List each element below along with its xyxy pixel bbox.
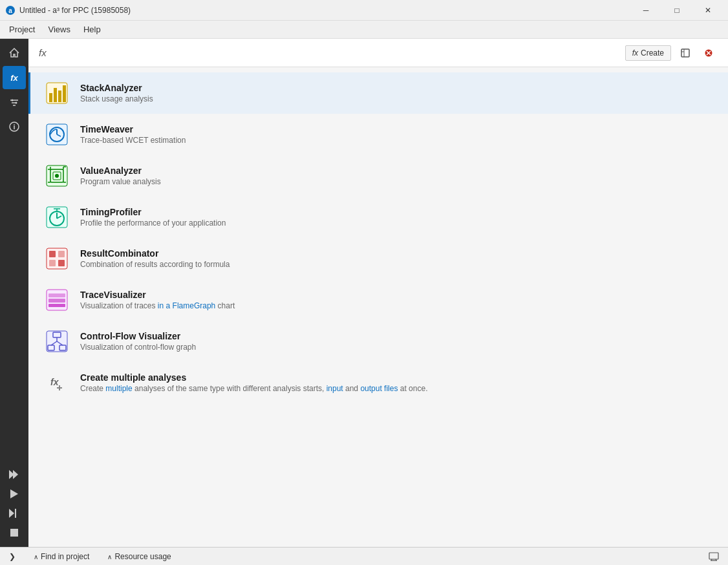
svg-rect-52 [48, 304, 65, 307]
svg-rect-63 [709, 553, 718, 559]
result-combinator-name: ResultCombinator [80, 248, 712, 259]
value-analyzer-desc: Program value analysis [80, 177, 712, 186]
analysis-item-stack-analyzer[interactable]: StackAnalyzer Stack usage analysis [28, 72, 728, 114]
sidebar-info-icon[interactable]: i [3, 115, 26, 138]
analysis-item-control-flow[interactable]: Control-Flow Visualizer Visualization of… [28, 321, 728, 362]
time-weaver-icon [44, 122, 70, 147]
create-multiple-text: Create multiple analyses Create multiple… [80, 372, 712, 393]
sidebar: fx i [0, 39, 28, 547]
resource-usage-label: Resource usage [114, 552, 171, 561]
svg-rect-48 [58, 260, 65, 266]
svg-point-31 [55, 174, 59, 178]
timing-profiler-name: TimingProfiler [80, 207, 712, 217]
control-flow-text: Control-Flow Visualizer Visualization of… [80, 331, 712, 352]
stack-analyzer-text: StackAnalyzer Stack usage analysis [80, 83, 712, 103]
create-label: Create [641, 48, 664, 58]
expand-button[interactable] [676, 44, 694, 62]
control-flow-icon [44, 328, 70, 354]
analysis-item-result-combinator[interactable]: ResultCombinator Combination of results … [28, 238, 728, 279]
find-in-project-button[interactable]: Find in project [30, 551, 93, 562]
svg-rect-15 [681, 49, 689, 57]
resource-chevron-icon [107, 552, 112, 561]
fx-label: fx [39, 47, 47, 58]
control-flow-name: Control-Flow Visualizer [80, 331, 712, 341]
svg-point-5 [12, 100, 14, 101]
step-btn[interactable] [4, 504, 25, 522]
svg-rect-14 [10, 529, 18, 537]
stack-analyzer-desc: Stack usage analysis [80, 94, 712, 103]
svg-marker-11 [10, 489, 18, 498]
svg-text:fx: fx [50, 377, 59, 387]
timing-profiler-text: TimingProfiler Profile the performance o… [80, 207, 712, 228]
svg-rect-22 [58, 91, 61, 102]
search-header: fx fx Create [28, 39, 728, 67]
trace-visualizer-name: TraceVisualizer [80, 290, 712, 300]
search-input[interactable] [52, 48, 620, 58]
create-button[interactable]: fx Create [625, 45, 671, 61]
close-panel-button[interactable] [700, 44, 718, 62]
create-multiple-desc: Create multiple analyses of the same typ… [80, 384, 712, 393]
time-weaver-desc: Trace-based WCET estimation [80, 136, 712, 145]
svg-text:a: a [8, 7, 12, 14]
main-area: fx i [0, 39, 728, 547]
svg-rect-20 [49, 93, 52, 102]
create-multiple-name: Create multiple analyses [80, 372, 712, 383]
svg-rect-45 [49, 251, 56, 257]
time-weaver-name: TimeWeaver [80, 124, 712, 134]
svg-point-6 [16, 102, 17, 104]
trace-visualizer-desc: Visualization of traces in a FlameGraph … [80, 301, 712, 310]
stop-btn[interactable] [4, 524, 25, 542]
create-multiple-icon: fx [44, 370, 70, 396]
menu-help[interactable]: Help [77, 22, 107, 37]
stack-analyzer-icon [44, 80, 70, 106]
play-btn[interactable] [4, 485, 25, 503]
result-combinator-icon [44, 246, 70, 272]
find-chevron-icon [34, 552, 38, 561]
svg-marker-10 [13, 470, 18, 479]
app-icon: a [5, 5, 16, 16]
header-actions: fx Create [625, 44, 718, 62]
title-bar: a Untitled - a³ for PPC (15985058) ─ □ ✕ [0, 0, 728, 21]
analysis-item-timing-profiler[interactable]: TimingProfiler Profile the performance o… [28, 197, 728, 238]
analysis-item-trace-visualizer[interactable]: TraceVisualizer Visualization of traces … [28, 279, 728, 321]
svg-rect-50 [48, 293, 65, 297]
minimize-button[interactable]: ─ [631, 0, 661, 21]
stack-analyzer-name: StackAnalyzer [80, 83, 712, 93]
result-combinator-text: ResultCombinator Combination of results … [80, 248, 712, 269]
sidebar-function-icon[interactable]: fx [3, 66, 26, 89]
skip-start-btn[interactable] [4, 465, 25, 484]
analysis-item-value-analyzer[interactable]: ValueAnalyzer Program value analysis [28, 155, 728, 197]
svg-rect-46 [58, 251, 65, 257]
value-analyzer-name: ValueAnalyzer [80, 165, 712, 176]
value-analyzer-text: ValueAnalyzer Program value analysis [80, 165, 712, 186]
monitor-icon-button[interactable] [705, 551, 723, 562]
svg-rect-21 [54, 88, 57, 102]
status-bar: ❯ Find in project Resource usage [0, 547, 728, 565]
close-button[interactable]: ✕ [693, 0, 723, 21]
analysis-item-create-multiple[interactable]: fx Create multiple analyses Create multi… [28, 362, 728, 403]
resource-usage-button[interactable]: Resource usage [103, 551, 175, 562]
svg-text:i: i [13, 123, 15, 131]
find-in-project-label: Find in project [41, 552, 89, 561]
sidebar-filter-icon[interactable] [3, 91, 26, 114]
analysis-list: StackAnalyzer Stack usage analysis [28, 67, 728, 547]
expand-panel-button[interactable]: ❯ [5, 551, 19, 562]
svg-rect-47 [49, 260, 56, 266]
trace-visualizer-icon [44, 287, 70, 313]
menu-views[interactable]: Views [41, 22, 76, 37]
trace-visualizer-text: TraceVisualizer Visualization of traces … [80, 290, 712, 310]
window-title: Untitled - a³ for PPC (15985058) [19, 6, 631, 15]
value-analyzer-icon [44, 163, 70, 189]
result-combinator-desc: Combination of results according to form… [80, 260, 712, 269]
analysis-item-time-weaver[interactable]: TimeWeaver Trace-based WCET estimation [28, 114, 728, 155]
svg-rect-51 [48, 299, 65, 303]
timing-profiler-desc: Profile the performance of your applicat… [80, 219, 712, 228]
svg-rect-23 [63, 85, 66, 102]
timing-profiler-icon [44, 204, 70, 230]
window-controls: ─ □ ✕ [631, 0, 723, 21]
sidebar-home-icon[interactable] [3, 41, 26, 65]
maximize-button[interactable]: □ [662, 0, 692, 21]
control-flow-desc: Visualization of control-flow graph [80, 343, 712, 352]
monitor-icon [709, 552, 719, 561]
menu-project[interactable]: Project [3, 22, 41, 37]
